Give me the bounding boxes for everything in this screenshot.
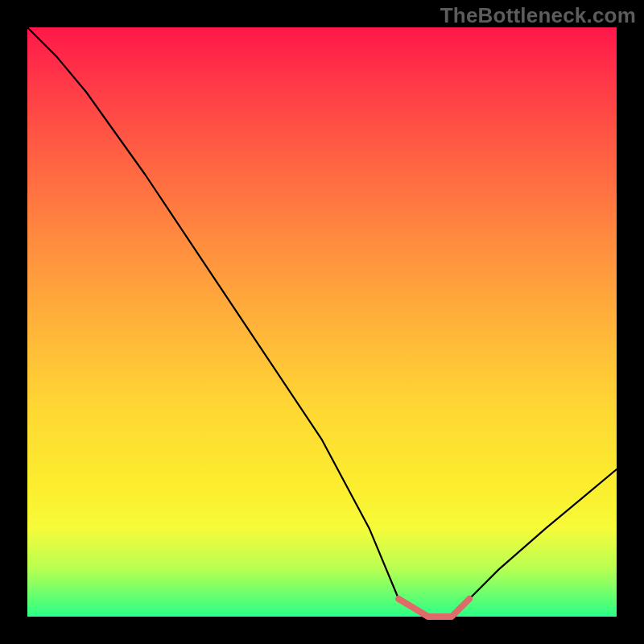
curve-valley-highlight <box>398 599 469 617</box>
chart-frame: TheBottleneck.com <box>0 0 644 644</box>
plot-area <box>27 27 617 617</box>
bottleneck-curve <box>27 27 617 617</box>
watermark-label: TheBottleneck.com <box>440 3 636 28</box>
curve-layer <box>27 27 617 617</box>
